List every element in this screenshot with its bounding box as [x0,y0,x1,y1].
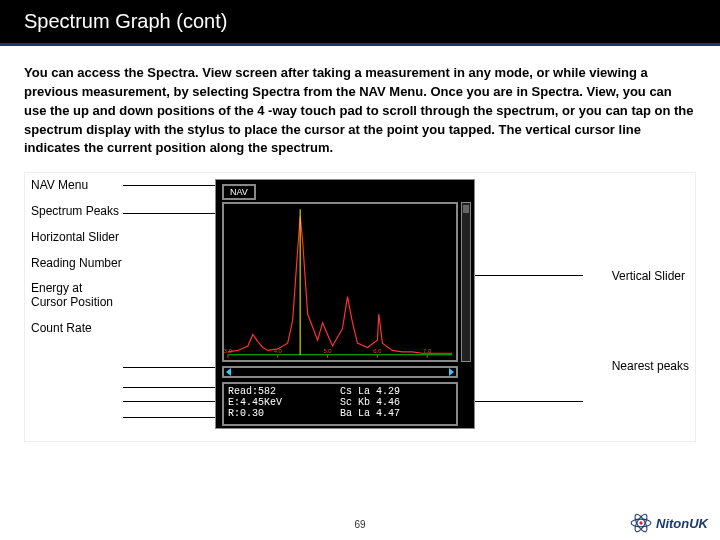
legend-reading-number: Reading Number [31,257,122,271]
leader-line [123,417,215,418]
readout-left-col: Read:582 E:4.45KeV R:0.30 [228,386,340,422]
readout-peak-2: Sc Kb 4.46 [340,397,452,408]
legend-nav-menu: NAV Menu [31,179,122,193]
spectrum-chart[interactable]: 3.04.05.06.07.0 [222,202,458,362]
legend-energy-at-cursor: Energy at Cursor Position [31,282,122,310]
legend-horizontal-slider: Horizontal Slider [31,231,122,245]
leader-line [123,185,215,186]
legend-count-rate: Count Rate [31,322,122,336]
page-title-bar: Spectrum Graph (cont) [0,0,720,43]
instruction-text: You can access the Spectra. View screen … [0,46,720,168]
leader-line [473,275,583,276]
logo-text: NitonUK [656,516,708,531]
legend-spectrum-peaks: Spectrum Peaks [31,205,122,219]
device-screen: NAV 3.04.05.06.07.0 Read:582 E:4.45KeV R… [215,179,475,429]
leader-line [123,401,215,402]
svg-text:5.0: 5.0 [323,348,332,354]
brand-logo: NitonUK [630,512,708,534]
svg-point-15 [639,521,642,524]
figure: NAV Menu Spectrum Peaks Horizontal Slide… [24,172,696,442]
readout-rate: R:0.30 [228,408,340,419]
legend-nearest-peaks: Nearest peaks [612,359,689,373]
legend-vertical-slider: Vertical Slider [612,269,689,283]
readout-reading-number: Read:582 [228,386,340,397]
readout-peak-1: Cs La 4.29 [340,386,452,397]
page-number: 69 [354,519,365,530]
chart-svg: 3.04.05.06.07.0 [224,204,456,360]
atom-icon [630,512,652,534]
slider-left-arrow-icon[interactable] [226,368,231,376]
legend-right: Vertical Slider Nearest peaks [612,269,689,449]
horizontal-slider[interactable] [222,366,458,378]
leader-line [123,367,215,368]
svg-text:6.0: 6.0 [373,348,382,354]
legend-left: NAV Menu Spectrum Peaks Horizontal Slide… [31,179,122,348]
vertical-slider[interactable] [461,202,471,362]
readout-peak-3: Ba La 4.47 [340,408,452,419]
nav-button[interactable]: NAV [222,184,256,200]
readout-panel: Read:582 E:4.45KeV R:0.30 Cs La 4.29 Sc … [222,382,458,426]
slider-right-arrow-icon[interactable] [449,368,454,376]
readout-energy: E:4.45KeV [228,397,340,408]
leader-line [457,401,583,402]
page-title: Spectrum Graph (cont) [24,10,227,32]
readout-right-col: Cs La 4.29 Sc Kb 4.46 Ba La 4.47 [340,386,452,422]
leader-line [123,387,215,388]
